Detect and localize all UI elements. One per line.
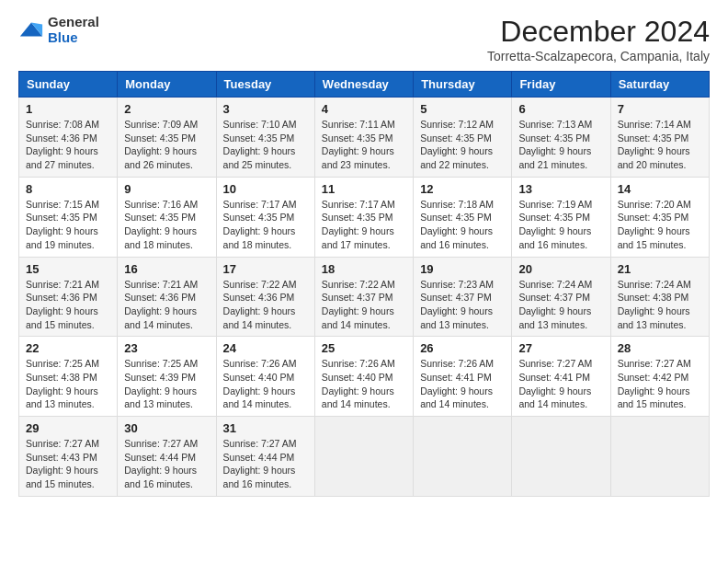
calendar-cell: 29Sunrise: 7:27 AMSunset: 4:43 PMDayligh…: [19, 417, 118, 497]
day-info: Sunrise: 7:18 AMSunset: 4:35 PMDaylight:…: [420, 198, 505, 252]
title-block: December 2024 Torretta-Scalzapecora, Cam…: [487, 15, 710, 63]
day-info: Sunrise: 7:26 AMSunset: 4:40 PMDaylight:…: [322, 357, 406, 411]
calendar-cell: 25Sunrise: 7:26 AMSunset: 4:40 PMDayligh…: [314, 337, 413, 417]
day-info: Sunrise: 7:27 AMSunset: 4:42 PMDaylight:…: [618, 357, 702, 411]
day-number: 1: [26, 102, 110, 116]
logo-icon: [18, 17, 44, 43]
day-info: Sunrise: 7:27 AMSunset: 4:44 PMDaylight:…: [223, 437, 308, 491]
day-number: 27: [518, 341, 603, 355]
day-number: 31: [223, 421, 308, 435]
day-number: 12: [420, 182, 505, 196]
col-header-friday: Friday: [512, 72, 610, 98]
day-info: Sunrise: 7:24 AMSunset: 4:38 PMDaylight:…: [618, 278, 702, 332]
logo-general-text: General: [48, 15, 99, 30]
day-number: 22: [26, 341, 110, 355]
calendar-cell: 3Sunrise: 7:10 AMSunset: 4:35 PMDaylight…: [216, 98, 314, 178]
calendar-cell: 23Sunrise: 7:25 AMSunset: 4:39 PMDayligh…: [118, 337, 216, 417]
day-info: Sunrise: 7:25 AMSunset: 4:39 PMDaylight:…: [124, 357, 209, 411]
day-number: 17: [223, 262, 308, 276]
col-header-saturday: Saturday: [610, 72, 709, 98]
day-info: Sunrise: 7:27 AMSunset: 4:44 PMDaylight:…: [124, 437, 209, 491]
calendar-cell: [414, 417, 512, 497]
day-info: Sunrise: 7:24 AMSunset: 4:37 PMDaylight:…: [518, 278, 603, 332]
day-number: 3: [223, 102, 308, 116]
day-info: Sunrise: 7:17 AMSunset: 4:35 PMDaylight:…: [223, 198, 308, 252]
calendar-week-row: 1Sunrise: 7:08 AMSunset: 4:36 PMDaylight…: [19, 98, 710, 178]
calendar-table: SundayMondayTuesdayWednesdayThursdayFrid…: [18, 71, 710, 497]
day-info: Sunrise: 7:15 AMSunset: 4:35 PMDaylight:…: [26, 198, 110, 252]
col-header-wednesday: Wednesday: [314, 72, 413, 98]
day-number: 25: [322, 341, 406, 355]
day-info: Sunrise: 7:23 AMSunset: 4:37 PMDaylight:…: [420, 278, 505, 332]
calendar-cell: 22Sunrise: 7:25 AMSunset: 4:38 PMDayligh…: [19, 337, 118, 417]
day-number: 11: [322, 182, 406, 196]
day-number: 5: [420, 102, 505, 116]
calendar-cell: 8Sunrise: 7:15 AMSunset: 4:35 PMDaylight…: [19, 177, 118, 257]
calendar-subtitle: Torretta-Scalzapecora, Campania, Italy: [487, 49, 710, 63]
day-info: Sunrise: 7:10 AMSunset: 4:35 PMDaylight:…: [223, 118, 308, 172]
day-number: 6: [518, 102, 603, 116]
day-number: 13: [518, 182, 603, 196]
calendar-cell: 30Sunrise: 7:27 AMSunset: 4:44 PMDayligh…: [118, 417, 216, 497]
day-number: 23: [124, 341, 209, 355]
col-header-monday: Monday: [118, 72, 216, 98]
day-info: Sunrise: 7:16 AMSunset: 4:35 PMDaylight:…: [124, 198, 209, 252]
day-number: 15: [26, 262, 110, 276]
day-info: Sunrise: 7:12 AMSunset: 4:35 PMDaylight:…: [420, 118, 505, 172]
calendar-cell: 17Sunrise: 7:22 AMSunset: 4:36 PMDayligh…: [216, 257, 314, 337]
day-info: Sunrise: 7:26 AMSunset: 4:41 PMDaylight:…: [420, 357, 505, 411]
day-info: Sunrise: 7:17 AMSunset: 4:35 PMDaylight:…: [322, 198, 406, 252]
day-info: Sunrise: 7:26 AMSunset: 4:40 PMDaylight:…: [223, 357, 308, 411]
day-number: 8: [26, 182, 110, 196]
day-info: Sunrise: 7:09 AMSunset: 4:35 PMDaylight:…: [124, 118, 209, 172]
day-info: Sunrise: 7:20 AMSunset: 4:35 PMDaylight:…: [618, 198, 702, 252]
calendar-week-row: 8Sunrise: 7:15 AMSunset: 4:35 PMDaylight…: [19, 177, 710, 257]
calendar-cell: 7Sunrise: 7:14 AMSunset: 4:35 PMDaylight…: [610, 98, 709, 178]
calendar-cell: 18Sunrise: 7:22 AMSunset: 4:37 PMDayligh…: [314, 257, 413, 337]
col-header-thursday: Thursday: [414, 72, 512, 98]
calendar-week-row: 15Sunrise: 7:21 AMSunset: 4:36 PMDayligh…: [19, 257, 710, 337]
day-info: Sunrise: 7:13 AMSunset: 4:35 PMDaylight:…: [518, 118, 603, 172]
day-number: 18: [322, 262, 406, 276]
calendar-cell: 24Sunrise: 7:26 AMSunset: 4:40 PMDayligh…: [216, 337, 314, 417]
day-info: Sunrise: 7:22 AMSunset: 4:37 PMDaylight:…: [322, 278, 406, 332]
calendar-cell: 20Sunrise: 7:24 AMSunset: 4:37 PMDayligh…: [512, 257, 610, 337]
calendar-cell: [512, 417, 610, 497]
day-info: Sunrise: 7:22 AMSunset: 4:36 PMDaylight:…: [223, 278, 308, 332]
day-number: 14: [618, 182, 702, 196]
day-info: Sunrise: 7:27 AMSunset: 4:41 PMDaylight:…: [518, 357, 603, 411]
calendar-cell: 16Sunrise: 7:21 AMSunset: 4:36 PMDayligh…: [118, 257, 216, 337]
calendar-cell: 12Sunrise: 7:18 AMSunset: 4:35 PMDayligh…: [414, 177, 512, 257]
calendar-week-row: 29Sunrise: 7:27 AMSunset: 4:43 PMDayligh…: [19, 417, 710, 497]
day-info: Sunrise: 7:19 AMSunset: 4:35 PMDaylight:…: [518, 198, 603, 252]
logo-text: General Blue: [48, 15, 99, 45]
day-number: 16: [124, 262, 209, 276]
day-number: 7: [618, 102, 702, 116]
page-container: General Blue December 2024 Torretta-Scal…: [18, 15, 710, 497]
day-number: 26: [420, 341, 505, 355]
day-info: Sunrise: 7:27 AMSunset: 4:43 PMDaylight:…: [26, 437, 110, 491]
calendar-cell: 26Sunrise: 7:26 AMSunset: 4:41 PMDayligh…: [414, 337, 512, 417]
calendar-cell: 27Sunrise: 7:27 AMSunset: 4:41 PMDayligh…: [512, 337, 610, 417]
calendar-cell: 13Sunrise: 7:19 AMSunset: 4:35 PMDayligh…: [512, 177, 610, 257]
calendar-cell: 19Sunrise: 7:23 AMSunset: 4:37 PMDayligh…: [414, 257, 512, 337]
calendar-cell: 1Sunrise: 7:08 AMSunset: 4:36 PMDaylight…: [19, 98, 118, 178]
day-info: Sunrise: 7:21 AMSunset: 4:36 PMDaylight:…: [26, 278, 110, 332]
day-number: 29: [26, 421, 110, 435]
calendar-title: December 2024: [487, 15, 710, 49]
calendar-cell: [314, 417, 413, 497]
col-header-tuesday: Tuesday: [216, 72, 314, 98]
calendar-cell: 28Sunrise: 7:27 AMSunset: 4:42 PMDayligh…: [610, 337, 709, 417]
calendar-cell: 5Sunrise: 7:12 AMSunset: 4:35 PMDaylight…: [414, 98, 512, 178]
calendar-cell: 11Sunrise: 7:17 AMSunset: 4:35 PMDayligh…: [314, 177, 413, 257]
day-number: 4: [322, 102, 406, 116]
day-number: 28: [618, 341, 702, 355]
day-number: 24: [223, 341, 308, 355]
calendar-cell: 14Sunrise: 7:20 AMSunset: 4:35 PMDayligh…: [610, 177, 709, 257]
calendar-cell: 9Sunrise: 7:16 AMSunset: 4:35 PMDaylight…: [118, 177, 216, 257]
day-number: 10: [223, 182, 308, 196]
calendar-cell: 15Sunrise: 7:21 AMSunset: 4:36 PMDayligh…: [19, 257, 118, 337]
day-info: Sunrise: 7:08 AMSunset: 4:36 PMDaylight:…: [26, 118, 110, 172]
calendar-cell: 2Sunrise: 7:09 AMSunset: 4:35 PMDaylight…: [118, 98, 216, 178]
calendar-cell: 4Sunrise: 7:11 AMSunset: 4:35 PMDaylight…: [314, 98, 413, 178]
